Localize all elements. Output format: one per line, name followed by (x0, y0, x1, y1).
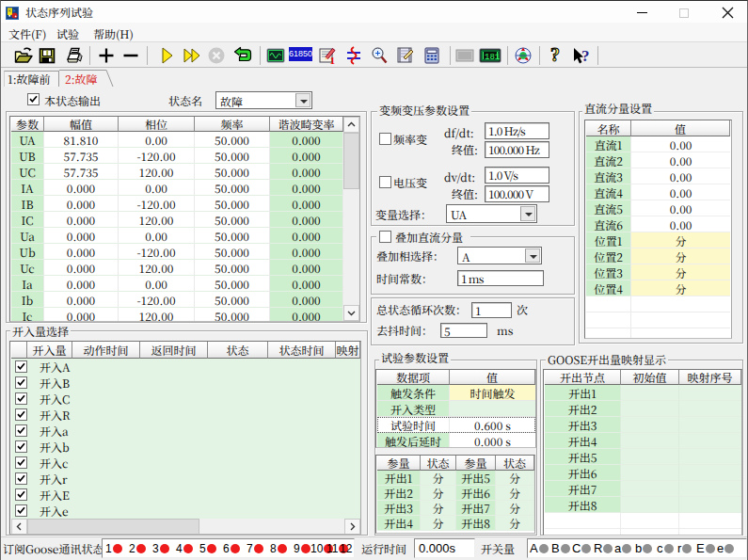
svg-text:?: ? (581, 47, 590, 65)
svg-text:1: 1 (330, 55, 336, 66)
